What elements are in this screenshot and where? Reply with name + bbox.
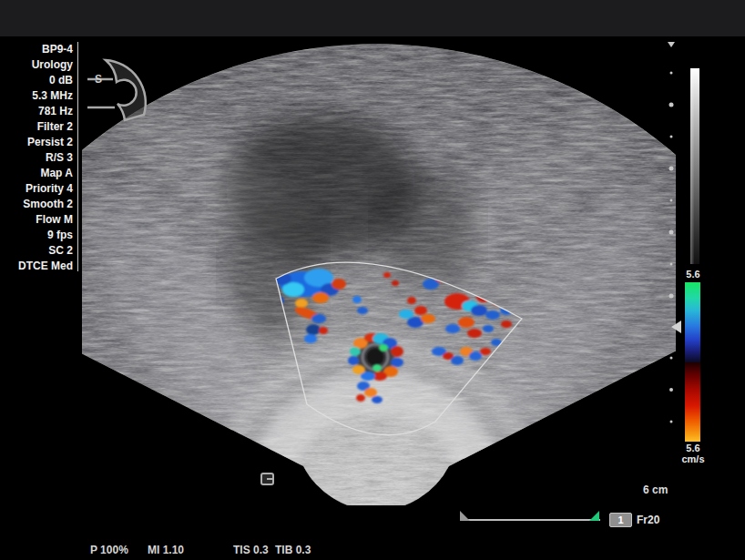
cine-position-marker[interactable]: [589, 511, 599, 521]
param-framerate: 9 fps: [0, 228, 73, 243]
color-doppler-bar-away: [685, 362, 700, 442]
param-rs: R/S 3: [0, 150, 73, 166]
probe-orientation-icon: [87, 60, 146, 120]
probe-orientation-label: S: [95, 73, 102, 86]
param-preset: Urology: [0, 57, 73, 73]
param-map: Map A: [0, 166, 73, 181]
param-dtce: DTCE Med: [0, 259, 73, 274]
grayscale-map-bar: [690, 68, 699, 264]
param-sc: SC 2: [0, 243, 73, 259]
param-persist: Persist 2: [0, 135, 73, 150]
param-smooth: Smooth 2: [0, 197, 73, 212]
scan-fan: [0, 0, 745, 560]
ultrasound-image: [0, 0, 745, 560]
probe-mark-icon: [261, 473, 273, 484]
ultrasound-screen: BP9-4 Urology 0 dB 5.3 MHz 781 Hz Filter…: [0, 0, 745, 560]
tib-label: TIB 0.3: [275, 544, 311, 556]
color-scale-unit: cm/s: [678, 453, 709, 464]
frame-rate-label: Fr20: [637, 514, 659, 526]
tis-label: TIS 0.3: [233, 544, 269, 556]
cine-frame-number-box[interactable]: 1: [609, 513, 632, 527]
param-frequency: 5.3 MHz: [0, 88, 73, 104]
param-prf: 781 Hz: [0, 104, 73, 119]
color-scale-max: 5.6: [681, 269, 705, 280]
param-filter: Filter 2: [0, 119, 73, 135]
parameter-separator-line: [77, 42, 78, 271]
cine-start-marker[interactable]: [460, 511, 470, 521]
param-priority: Priority 4: [0, 181, 73, 197]
color-scale-min: 5.6: [681, 443, 705, 453]
cine-scrubber-track[interactable]: [462, 519, 600, 521]
param-gain: 0 dB: [0, 73, 73, 88]
param-flow: Flow M: [0, 212, 73, 228]
param-transducer: BP9-4: [0, 42, 73, 57]
mechanical-index-label: MI 1.10: [148, 544, 184, 556]
color-doppler-bar-toward: [685, 282, 700, 362]
imaging-parameter-list: BP9-4 Urology 0 dB 5.3 MHz 781 Hz Filter…: [0, 42, 73, 274]
acoustic-power-label: P 100%: [90, 544, 128, 556]
depth-label: 6 cm: [643, 484, 668, 496]
